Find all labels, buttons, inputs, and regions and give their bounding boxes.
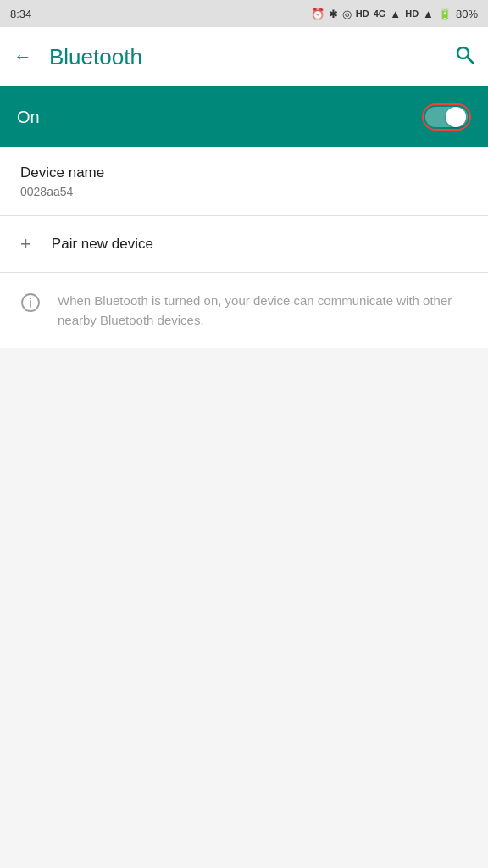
svg-point-4: [30, 298, 31, 299]
settings-content: Device name 0028aa54 + Pair new device W…: [0, 147, 488, 348]
signal2-icon: ▲: [423, 8, 434, 20]
info-icon: [20, 292, 41, 318]
network-4g-icon: 4G: [374, 8, 386, 19]
status-time: 8:34: [10, 8, 31, 20]
empty-area: [0, 348, 488, 857]
app-bar-left: ← Bluetooth: [14, 44, 142, 70]
status-bar: 8:34 ⏰ ✱ ◎ HD 4G ▲ HD ▲ 🔋 80%: [0, 0, 488, 27]
pair-new-device-row[interactable]: + Pair new device: [0, 216, 488, 273]
bluetooth-toggle-row: On: [0, 86, 488, 147]
battery-percent: 80%: [456, 8, 478, 20]
info-row: When Bluetooth is turned on, your device…: [0, 273, 488, 348]
svg-line-1: [468, 58, 474, 64]
device-name-label: Device name: [20, 164, 468, 181]
search-button[interactable]: [454, 44, 474, 70]
back-button[interactable]: ←: [14, 46, 32, 68]
toggle-thumb: [446, 107, 466, 127]
device-name-section[interactable]: Device name 0028aa54: [0, 147, 488, 216]
battery-icon: 🔋: [438, 8, 452, 20]
page-title: Bluetooth: [49, 44, 142, 70]
toggle-label: On: [17, 108, 40, 127]
bluetooth-icon: ✱: [329, 8, 338, 20]
add-icon: +: [20, 233, 31, 255]
info-text: When Bluetooth is turned on, your device…: [58, 292, 468, 330]
alarm-icon: ⏰: [311, 8, 324, 20]
pair-device-label: Pair new device: [52, 236, 153, 253]
location-icon: ◎: [342, 8, 352, 20]
toggle-track: [425, 107, 468, 127]
network-hd-icon: HD: [356, 8, 369, 19]
app-bar: ← Bluetooth: [0, 27, 488, 86]
status-icons: ⏰ ✱ ◎ HD 4G ▲ HD ▲ 🔋 80%: [311, 8, 478, 20]
bluetooth-toggle[interactable]: [422, 103, 471, 131]
signal-icon: ▲: [390, 8, 401, 20]
device-name-value: 0028aa54: [20, 185, 468, 198]
network-hd2-icon: HD: [405, 8, 419, 19]
